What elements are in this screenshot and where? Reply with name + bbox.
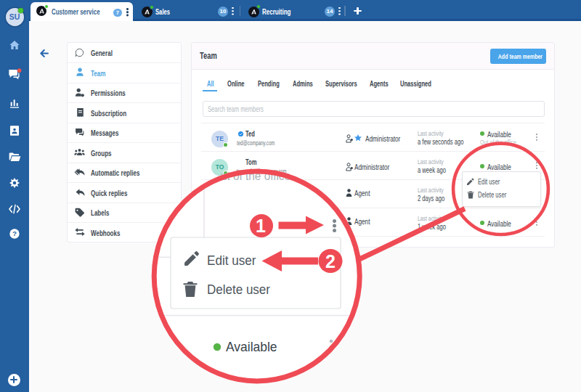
svg-text:2: 2 — [325, 251, 336, 271]
svg-text:1: 1 — [256, 216, 266, 236]
svg-text:Delete user: Delete user — [207, 282, 271, 297]
svg-text:Available: Available — [226, 339, 277, 354]
svg-text:Edit user: Edit user — [207, 253, 256, 268]
